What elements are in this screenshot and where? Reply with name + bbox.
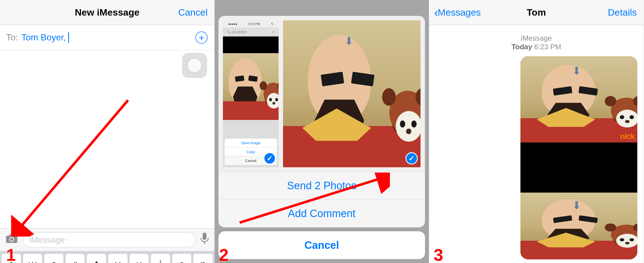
chat-body: iMessage Today 6:23 PM ⬇ xyxy=(429,25,643,263)
key[interactable]: w xyxy=(23,254,42,263)
assistive-touch-icon[interactable] xyxy=(182,53,207,78)
mic-icon[interactable] xyxy=(200,233,209,247)
text-cursor xyxy=(68,32,69,43)
sheet-cancel-button[interactable]: Cancel xyxy=(218,231,425,259)
camera-icon[interactable] xyxy=(6,233,18,246)
arrow-tattoo-icon: ⬇ xyxy=(345,35,353,47)
photo-thumb-2[interactable]: ⬇ ✓ xyxy=(283,20,421,167)
step-number: 3 xyxy=(434,245,443,263)
step-number: 2 xyxy=(219,245,228,263)
key[interactable]: u xyxy=(130,254,149,263)
mini-time: 5:21 PM xyxy=(249,22,260,26)
key[interactable]: v xyxy=(108,254,127,263)
key[interactable]: e xyxy=(44,254,63,263)
arrow-tattoo-icon: ⬇ xyxy=(572,199,581,212)
action-sheet: ●●●●● 5:21 PM ↻ 🔍 gif动态图片 ✕ xyxy=(218,16,425,259)
to-label: To: xyxy=(6,32,18,43)
key[interactable]: i xyxy=(151,254,170,263)
add-contact-button[interactable]: + xyxy=(195,31,208,44)
message-input[interactable]: iMessage xyxy=(23,232,195,247)
back-button[interactable]: ‹ Messages xyxy=(434,6,481,19)
stamp-time: 6:23 PM xyxy=(534,43,561,51)
stamp-service: iMessage xyxy=(435,34,637,43)
mini-save: Save Image xyxy=(225,139,277,147)
message-body xyxy=(0,50,214,228)
to-field[interactable]: To: Tom Boyer, + xyxy=(0,25,214,50)
conversation-title: Tom xyxy=(527,7,546,18)
arrow-tattoo-icon: ⬇ xyxy=(572,65,581,77)
key[interactable]: r xyxy=(66,254,85,263)
mini-search-text: gif动态图片 xyxy=(232,30,247,34)
back-label: Messages xyxy=(438,7,481,18)
key[interactable]: t xyxy=(87,254,106,263)
keyboard-row[interactable]: a w e r t v u i o n xyxy=(0,251,214,263)
compose-bar: iMessage xyxy=(0,228,214,251)
sent-image-bubble[interactable]: ⬇ nick ⬇ xyxy=(520,56,637,259)
timestamp: iMessage Today 6:23 PM xyxy=(435,34,637,51)
check-icon: ✓ xyxy=(405,152,418,164)
nav-title: New iMessage xyxy=(75,7,139,18)
check-icon: ✓ xyxy=(264,152,276,164)
key[interactable]: n xyxy=(193,254,213,263)
nick-logo: nick xyxy=(620,132,635,141)
nav-bar: New iMessage Cancel xyxy=(0,0,214,25)
stamp-day: Today xyxy=(512,43,532,51)
cancel-button[interactable]: Cancel xyxy=(178,7,208,18)
step-number: 1 xyxy=(6,245,16,263)
screen-conversation: ‹ Messages Tom Details iMessage Today 6:… xyxy=(429,0,644,263)
screen-compose: New iMessage Cancel To: Tom Boyer, + iMe… xyxy=(0,0,215,263)
details-button[interactable]: Details xyxy=(608,7,637,18)
message-placeholder: iMessage xyxy=(29,235,65,245)
photo-thumbs: ●●●●● 5:21 PM ↻ 🔍 gif动态图片 ✕ xyxy=(218,16,425,172)
nav-bar: ‹ Messages Tom Details xyxy=(429,0,643,25)
screen-photo-picker: ●●●●● 5:21 PM ↻ 🔍 gif动态图片 ✕ xyxy=(215,0,429,263)
photo-thumb-1[interactable]: ●●●●● 5:21 PM ↻ 🔍 gif动态图片 ✕ xyxy=(223,20,279,167)
add-comment-button[interactable]: Add Comment xyxy=(218,200,425,227)
to-recipient: Tom Boyer, xyxy=(21,32,66,43)
send-photos-button[interactable]: Send 2 Photos xyxy=(218,172,425,200)
key[interactable]: o xyxy=(172,254,191,263)
